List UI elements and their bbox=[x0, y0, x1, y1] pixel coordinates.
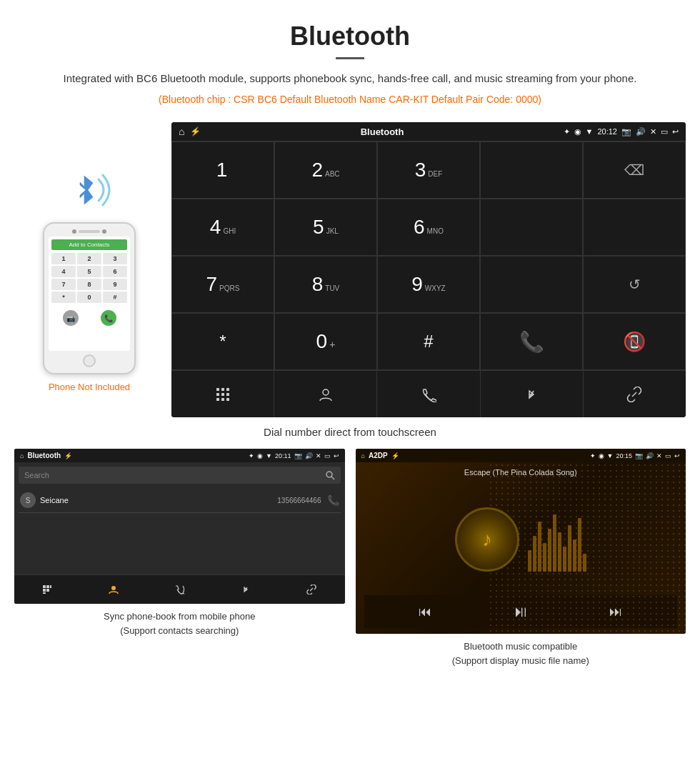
dial-key-2[interactable]: 2 ABC bbox=[274, 141, 377, 199]
phonebook-cam-icon: 📷 bbox=[294, 452, 302, 459]
dial-call-red-button[interactable]: 📵 bbox=[583, 313, 686, 370]
phonebook-search-placeholder: Search bbox=[24, 471, 49, 479]
dial-call-green-button[interactable]: 📞 bbox=[480, 313, 583, 370]
toolbar-link-btn[interactable] bbox=[584, 371, 686, 417]
music-status-bar: ⌂ A2DP ⚡ ✦ ◉ ▼ 20:15 📷 🔊 ✕ ▭ ↩ bbox=[356, 449, 686, 462]
header-description: Integrated with BC6 Bluetooth module, su… bbox=[43, 70, 657, 87]
phone-key-hash: # bbox=[103, 292, 127, 303]
svg-rect-4 bbox=[216, 393, 219, 396]
music-status-left: ⌂ A2DP ⚡ bbox=[361, 452, 399, 459]
status-time: 20:12 bbox=[597, 127, 617, 136]
phonebook-screen-title: Bluetooth bbox=[27, 452, 61, 459]
phonebook-search-bar[interactable]: Search bbox=[19, 467, 341, 484]
vis-bar-11 bbox=[578, 518, 581, 572]
music-caption: Bluetooth music compatible (Support disp… bbox=[356, 634, 686, 667]
phone-home-button bbox=[83, 354, 96, 367]
vis-bar-2 bbox=[533, 536, 536, 572]
vis-bar-3 bbox=[538, 522, 541, 572]
back-status-icon: ↩ bbox=[672, 127, 679, 136]
music-home-icon: ⌂ bbox=[361, 452, 365, 459]
dial-key-9[interactable]: 9 WXYZ bbox=[377, 256, 480, 313]
skip-back-button[interactable]: ⏮ bbox=[419, 605, 431, 620]
main-content: Add to Contacts 1 2 3 4 5 6 7 8 9 * 0 # … bbox=[0, 122, 700, 417]
phone-key-2: 2 bbox=[77, 253, 101, 264]
phone-key-8: 8 bbox=[77, 279, 101, 290]
device-bottom-toolbar bbox=[171, 370, 686, 417]
svg-rect-3 bbox=[226, 388, 229, 391]
toolbar-dialpad-btn[interactable] bbox=[171, 371, 274, 417]
phonebook-time: 20:11 bbox=[275, 452, 291, 459]
contact-initial-s: S bbox=[20, 492, 36, 508]
music-vol-icon: 🔊 bbox=[646, 452, 654, 459]
dial-key-5[interactable]: 5 JKL bbox=[274, 199, 377, 256]
phonebook-tb-phone[interactable] bbox=[146, 575, 213, 604]
dial-key-8[interactable]: 8 TUV bbox=[274, 256, 377, 313]
phonebook-home-icon: ⌂ bbox=[20, 452, 24, 459]
phone-home-area bbox=[49, 354, 130, 367]
dial-backspace-button[interactable]: ⌫ bbox=[583, 141, 686, 199]
phone-key-4: 4 bbox=[51, 266, 76, 277]
phone-mockup: Add to Contacts 1 2 3 4 5 6 7 8 9 * 0 # … bbox=[43, 222, 136, 374]
music-content: Escape (The Pina Colada Song) ♪ bbox=[356, 462, 686, 634]
toolbar-bluetooth-btn[interactable] bbox=[481, 371, 584, 417]
phone-key-3: 3 bbox=[103, 253, 127, 264]
phone-screen-header: Add to Contacts bbox=[51, 239, 127, 250]
dial-key-4[interactable]: 4 GHI bbox=[171, 199, 274, 256]
phonebook-tb-bt[interactable] bbox=[213, 575, 279, 604]
music-back-icon: ↩ bbox=[674, 452, 680, 459]
toolbar-phone-btn[interactable] bbox=[377, 371, 480, 417]
dial-key-star[interactable]: * bbox=[171, 313, 274, 370]
phone-not-included-label: Phone Not Included bbox=[49, 382, 130, 392]
phonebook-status-bar: ⌂ Bluetooth ⚡ ✦ ◉ ▼ 20:11 📷 🔊 ✕ ▭ ↩ bbox=[14, 449, 345, 462]
vis-bar-4 bbox=[543, 543, 546, 572]
music-screen-title: A2DP bbox=[369, 452, 388, 459]
play-pause-button[interactable]: ⏯ bbox=[513, 602, 529, 621]
dial-cell-empty-1 bbox=[480, 141, 583, 199]
music-song-title: Escape (The Pina Colada Song) bbox=[464, 468, 577, 477]
dial-key-7[interactable]: 7 PQRS bbox=[171, 256, 274, 313]
music-caption-line2: (Support display music file name) bbox=[452, 655, 589, 666]
phone-speaker bbox=[72, 229, 76, 234]
dial-key-3[interactable]: 3 DEF bbox=[377, 141, 480, 199]
svg-rect-14 bbox=[46, 585, 49, 588]
phonebook-screenshot: ⌂ Bluetooth ⚡ ✦ ◉ ▼ 20:11 📷 🔊 ✕ ▭ ↩ bbox=[14, 449, 345, 667]
status-bar-right: ✦ ◉ ▼ 20:12 📷 🔊 ✕ ▭ ↩ bbox=[564, 127, 679, 136]
svg-point-11 bbox=[326, 472, 332, 477]
svg-rect-6 bbox=[226, 393, 229, 396]
contact-call-icon[interactable]: 📞 bbox=[327, 494, 339, 506]
phonebook-status-right: ✦ ◉ ▼ 20:11 📷 🔊 ✕ ▭ ↩ bbox=[249, 452, 339, 459]
phonebook-wifi-icon: ▼ bbox=[266, 452, 272, 459]
skip-forward-button[interactable]: ⏭ bbox=[609, 605, 622, 620]
vis-bar-1 bbox=[528, 550, 531, 572]
music-x-icon: ✕ bbox=[656, 452, 662, 459]
svg-rect-7 bbox=[216, 398, 219, 401]
dial-cell-empty-3 bbox=[583, 199, 686, 256]
music-wifi-icon: ▼ bbox=[607, 452, 614, 459]
vis-bar-12 bbox=[583, 554, 586, 572]
phonebook-tb-contact[interactable] bbox=[81, 575, 147, 604]
phonebook-tb-link[interactable] bbox=[279, 575, 345, 604]
toolbar-contact-btn[interactable] bbox=[274, 371, 377, 417]
device-status-bar: ⌂ ⚡ Bluetooth ✦ ◉ ▼ 20:12 📷 🔊 ✕ ▭ ↩ bbox=[171, 122, 686, 141]
phone-area: Add to Contacts 1 2 3 4 5 6 7 8 9 * 0 # … bbox=[14, 122, 164, 392]
music-usb-icon: ⚡ bbox=[391, 452, 399, 459]
dial-key-hash[interactable]: # bbox=[377, 313, 480, 370]
main-caption: Dial number direct from touchscreen bbox=[0, 417, 700, 449]
svg-rect-18 bbox=[43, 592, 46, 594]
dialpad-grid: 1 2 ABC 3 DEF ⌫ 4 G bbox=[171, 141, 686, 370]
dial-key-1[interactable]: 1 bbox=[171, 141, 274, 199]
volume-status-icon: 🔊 bbox=[636, 127, 646, 136]
phone-key-5: 5 bbox=[77, 266, 101, 277]
music-album-art: ♪ bbox=[455, 507, 519, 572]
dial-key-6[interactable]: 6 MNO bbox=[377, 199, 480, 256]
phonebook-tb-apps[interactable] bbox=[14, 575, 81, 604]
phone-key-9: 9 bbox=[103, 279, 127, 290]
svg-rect-5 bbox=[221, 393, 224, 396]
phone-top-bar bbox=[49, 229, 130, 234]
svg-rect-17 bbox=[46, 589, 49, 592]
music-status-right: ✦ ◉ ▼ 20:15 📷 🔊 ✕ ▭ ↩ bbox=[590, 452, 680, 459]
phone-key-0: 0 bbox=[77, 292, 101, 303]
music-album-area: ♪ bbox=[455, 484, 586, 595]
dial-refresh-button[interactable]: ↺ bbox=[583, 256, 686, 313]
dial-key-0[interactable]: 0 + bbox=[274, 313, 377, 370]
